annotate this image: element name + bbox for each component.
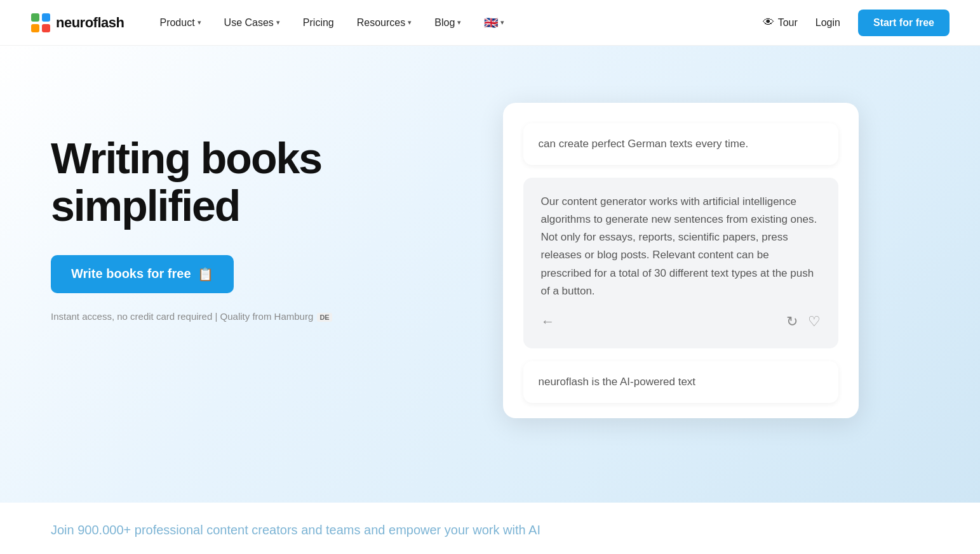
svg-rect-0	[31, 13, 39, 22]
chat-panel: can create perfect German texts every ti…	[503, 103, 859, 418]
write-books-button[interactable]: Write books for free 📋	[51, 255, 234, 293]
chat-actions: ← ↻ ♡	[541, 310, 821, 333]
join-text: Join 900.000+ professional content creat…	[51, 523, 929, 538]
chevron-down-icon: ▾	[457, 18, 461, 27]
tour-link[interactable]: 👁 Tour	[763, 16, 798, 29]
hero-section: Writing books simplified Write books for…	[0, 46, 980, 503]
flag-icon: 🇬🇧	[484, 16, 498, 30]
de-badge: DE	[317, 313, 332, 322]
heart-icon[interactable]: ♡	[808, 310, 821, 333]
chevron-down-icon: ▾	[198, 18, 201, 27]
start-for-free-button[interactable]: Start for free	[858, 10, 950, 36]
bottom-section: Join 900.000+ professional content creat…	[0, 503, 980, 554]
refresh-icon[interactable]: ↻	[786, 310, 798, 333]
nav-item-resources[interactable]: Resources ▾	[347, 12, 422, 34]
chat-bubble-top: can create perfect German texts every ti…	[523, 123, 838, 165]
nav-links: Product ▾ Use Cases ▾ Pricing Resources …	[149, 11, 762, 35]
logo-text: neuroflash	[56, 15, 124, 31]
svg-rect-1	[42, 13, 50, 22]
back-icon[interactable]: ←	[541, 310, 555, 333]
svg-rect-3	[42, 24, 50, 32]
eye-icon: 👁	[763, 16, 774, 29]
cta-label: Write books for free	[71, 267, 191, 281]
logo-link[interactable]: neuroflash	[30, 13, 124, 33]
chat-bubble-main: Our content generator works with artific…	[523, 178, 838, 348]
action-icons-right: ↻ ♡	[786, 310, 821, 333]
chevron-down-icon: ▾	[408, 18, 412, 27]
chevron-down-icon: ▾	[500, 18, 504, 27]
logo-icon	[30, 13, 51, 33]
login-button[interactable]: Login	[808, 12, 848, 34]
nav-item-product[interactable]: Product ▾	[149, 12, 211, 34]
hero-title: Writing books simplified	[51, 135, 432, 230]
chat-bubble-bottom: neuroflash is the AI-powered text	[523, 361, 838, 403]
nav-item-pricing[interactable]: Pricing	[293, 12, 344, 34]
nav-right: 👁 Tour Login Start for free	[763, 10, 950, 36]
nav-item-blog[interactable]: Blog ▾	[424, 12, 471, 34]
book-icon: 📋	[198, 267, 213, 282]
nav-item-language[interactable]: 🇬🇧 ▾	[474, 11, 514, 35]
hero-right: can create perfect German texts every ti…	[432, 96, 929, 418]
chevron-down-icon: ▾	[276, 18, 280, 27]
nav-item-use-cases[interactable]: Use Cases ▾	[214, 12, 290, 34]
svg-rect-2	[31, 24, 39, 32]
navigation: neuroflash Product ▾ Use Cases ▾ Pricing…	[0, 0, 980, 46]
hero-left: Writing books simplified Write books for…	[51, 96, 432, 322]
hero-subtext: Instant access, no credit card required …	[51, 311, 432, 322]
